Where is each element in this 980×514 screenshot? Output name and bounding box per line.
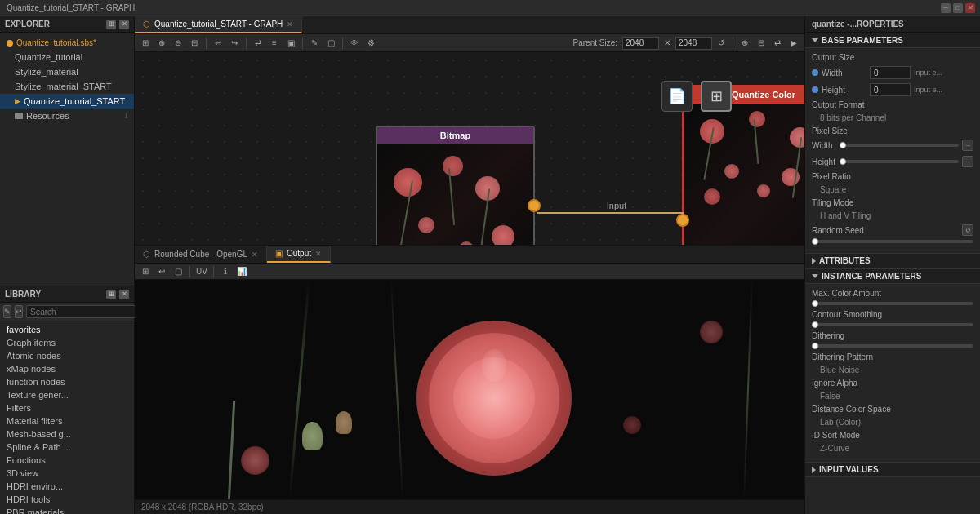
explorer-icon-1[interactable]: ⊞ (106, 20, 116, 29)
library-icon-2[interactable]: ✕ (119, 290, 129, 299)
parent-size-height[interactable] (675, 37, 712, 50)
lib-item-xmap[interactable]: xMap nodes (0, 362, 134, 375)
lib-item-graph[interactable]: Graph items (0, 336, 134, 349)
cube-tab-close[interactable]: ✕ (252, 250, 258, 259)
bt-btn3[interactable]: ▢ (171, 264, 185, 279)
dithering-thumb[interactable] (812, 343, 818, 349)
toolbar-info1[interactable]: ⊕ (737, 36, 752, 51)
px-height-thumb[interactable] (840, 158, 846, 165)
toolbar-zoom-out[interactable]: ⊖ (171, 36, 185, 51)
minimize-btn[interactable]: ─ (941, 3, 951, 13)
library-header: LIBRARY ⊞ ✕ (0, 286, 134, 303)
explorer-item-1[interactable]: Quantize_tutorial (0, 50, 134, 64)
explorer-item-2[interactable]: Stylize_material (0, 64, 134, 79)
contour-smooth-slider (812, 323, 973, 326)
bt-btn1[interactable]: ⊞ (138, 264, 153, 279)
bitmap-output-connector[interactable] (528, 199, 541, 212)
toolbar-redo[interactable]: ↪ (227, 36, 242, 51)
section-base-params[interactable]: BASE PARAMETERS (805, 33, 980, 48)
lib-btn-1[interactable]: ✎ (3, 305, 11, 318)
toolbar-grid[interactable]: ⊞ (138, 36, 153, 51)
random-seed-track[interactable] (812, 240, 973, 243)
explorer-item-active-icon: ▶ (15, 97, 20, 105)
tiling-mode-row: Tiling Mode (812, 198, 973, 207)
lib-item-functions[interactable]: Functions (0, 454, 134, 467)
bt-chart[interactable]: 📊 (234, 264, 249, 279)
close-btn[interactable]: ✕ (965, 3, 975, 13)
random-seed-icon[interactable]: ↺ (962, 224, 973, 236)
px-width-right-btn[interactable]: → (962, 140, 973, 151)
toolbar-zoom-in[interactable]: ⊕ (154, 36, 169, 51)
lib-item-atomic[interactable]: Atomic nodes (0, 349, 134, 362)
px-height-track[interactable] (840, 160, 959, 163)
toolbar-refresh[interactable]: ↺ (714, 36, 728, 51)
explorer-item-4[interactable]: ▶ Quantize_tutorial_START (0, 94, 134, 109)
lib-item-filters[interactable]: Filters (0, 401, 134, 414)
random-seed-thumb[interactable] (812, 238, 818, 245)
info-icon[interactable]: ℹ (125, 112, 127, 120)
toolbar-link[interactable]: ⇄ (251, 36, 265, 51)
library-icon-1[interactable]: ⊞ (106, 290, 116, 299)
section-instance-params[interactable]: INSTANCE PARAMETERS (805, 268, 980, 284)
dithering-track[interactable] (812, 344, 973, 348)
bt-info[interactable]: ℹ (218, 264, 233, 279)
px-height-right-btn[interactable]: → (962, 156, 973, 167)
lib-item-3dview[interactable]: 3D view (0, 467, 134, 480)
output-tab-close[interactable]: ✕ (315, 250, 322, 258)
toolbar-group[interactable]: ▣ (283, 36, 298, 51)
px-width-track[interactable] (840, 144, 959, 147)
explorer-item-5[interactable]: Resources ℹ (0, 109, 134, 123)
toolbar-undo[interactable]: ↩ (211, 36, 225, 51)
quantize-input-connector[interactable] (676, 214, 689, 227)
graph-tab[interactable]: ⬡ Quantize_tutorial_START - GRAPH ✕ (135, 16, 302, 33)
lib-item-favorites[interactable]: favorites (0, 323, 134, 336)
node-bitmap[interactable]: Bitmap (376, 126, 535, 245)
width-input[interactable] (870, 66, 911, 79)
toolbar-fit[interactable]: ⊟ (187, 36, 202, 51)
max-color-track[interactable] (812, 302, 973, 305)
explorer-item-3[interactable]: Stylize_material_START (0, 79, 134, 94)
flower-bud-2 (336, 411, 352, 434)
explorer-title: EXPLORER (5, 20, 50, 29)
toolbar-view[interactable]: 👁 (347, 36, 362, 51)
lib-item-material[interactable]: Material filters (0, 414, 134, 428)
lib-item-function[interactable]: function nodes (0, 375, 134, 388)
toolbar-info2[interactable]: ⊟ (754, 36, 768, 51)
explorer-item-0[interactable]: Quantize_tutorial.sbs* (0, 36, 134, 50)
graph-canvas[interactable]: Input Bitmap (135, 52, 804, 245)
toolbar-settings[interactable]: ⚙ (363, 36, 378, 51)
bg-flower-3 (623, 416, 641, 434)
toolbar-comment[interactable]: ✎ (307, 36, 322, 51)
section-input-values[interactable]: INPUT VALUES (805, 462, 980, 477)
graph-tab-close[interactable]: ✕ (287, 20, 293, 29)
toolbar-frame[interactable]: ▢ (323, 36, 338, 51)
lib-item-pbr[interactable]: PBR materials (0, 506, 134, 514)
lib-item-hdri-tools[interactable]: HDRI tools (0, 493, 134, 506)
lib-btn-2[interactable]: ↩ (15, 305, 23, 318)
tab-rounded-cube[interactable]: ⬡ Rounded Cube - OpenGL ✕ (135, 246, 267, 263)
status-text: 2048 x 2048 (RGBA HDR, 32bpc) (141, 503, 264, 512)
lib-item-hdri-env[interactable]: HDRI enviro... (0, 480, 134, 493)
tab-output[interactable]: ▣ Output ✕ (267, 246, 331, 263)
doc-icon[interactable]: 📄 (662, 81, 693, 112)
height-input[interactable] (870, 83, 911, 96)
toolbar-extra[interactable]: ▶ (786, 36, 801, 51)
bt-btn2[interactable]: ↩ (154, 264, 169, 279)
contour-smooth-thumb[interactable] (812, 321, 818, 328)
toolbar-arrows[interactable]: ⇄ (770, 36, 785, 51)
max-color-thumb[interactable] (812, 300, 818, 307)
lib-item-mesh[interactable]: Mesh-based g... (0, 428, 134, 441)
lib-item-spline[interactable]: Spline & Path ... (0, 441, 134, 454)
grid-icon[interactable]: ⊞ (701, 81, 732, 112)
lib-item-texture[interactable]: Texture gener... (0, 388, 134, 401)
toolbar-align[interactable]: ≡ (267, 36, 282, 51)
section-attributes[interactable]: ATTRIBUTES (805, 253, 980, 268)
maximize-btn[interactable]: □ (953, 3, 963, 13)
parent-size-width[interactable] (622, 37, 659, 50)
explorer-icon-2[interactable]: ✕ (119, 20, 129, 29)
bitmap-title: Bitmap (377, 127, 533, 144)
bt-uv[interactable]: UV (194, 264, 209, 279)
library-search[interactable] (26, 305, 138, 318)
px-width-thumb[interactable] (840, 142, 846, 148)
contour-smooth-track[interactable] (812, 323, 973, 326)
